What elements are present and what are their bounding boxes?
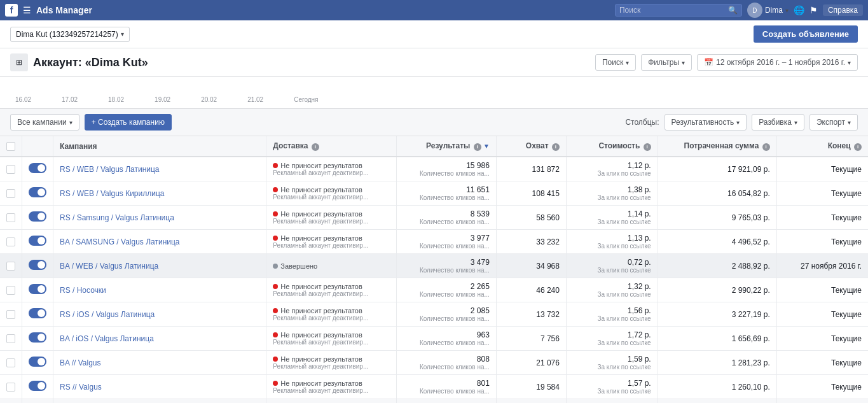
cost-value: 1,13 р.: [573, 234, 651, 243]
campaign-toggle[interactable]: [29, 260, 46, 270]
create-campaign-button[interactable]: + Создать кампанию: [85, 114, 172, 131]
cost-sub: За клик по ссылке: [573, 194, 651, 201]
table-row: RS / WEB / Valgus Кириллица Не приносит …: [0, 181, 868, 206]
campaign-link[interactable]: RS / Samsung / Valgus Латиница: [60, 213, 174, 222]
page-icon[interactable]: ⊞: [10, 53, 28, 71]
filters-button[interactable]: Фильтры ▾: [641, 54, 692, 71]
result-sub: Количество кликов на...: [403, 364, 490, 371]
help-button[interactable]: Справка: [823, 4, 863, 16]
campaign-toggle[interactable]: [29, 308, 46, 318]
info-icon[interactable]: i: [854, 143, 862, 151]
td-delivery: Не приносит результатов Рекламный аккаун…: [266, 375, 397, 399]
info-icon[interactable]: i: [474, 143, 481, 151]
delivery-sub: Рекламный аккаунт деактивир...: [273, 194, 390, 201]
td-reach: 108 415: [496, 181, 566, 206]
td-results: 3 977 Количество кликов на...: [397, 230, 497, 254]
delivery-sub: Рекламный аккаунт деактивир...: [273, 339, 390, 346]
select-all-checkbox[interactable]: [6, 142, 15, 151]
user-name: Dima: [765, 6, 783, 15]
user-area[interactable]: D Dima ▾: [747, 3, 789, 18]
td-end: Текущие: [776, 351, 868, 375]
search-input[interactable]: [619, 6, 728, 15]
status-dot: [273, 264, 278, 269]
td-toggle: [22, 278, 53, 302]
row-checkbox[interactable]: [6, 262, 15, 271]
status-dot: [273, 187, 278, 192]
breakdown-button[interactable]: Разбивка ▾: [752, 114, 804, 131]
campaign-link[interactable]: RS / WEB / Valgus Кириллица: [60, 189, 164, 198]
row-checkbox[interactable]: [6, 383, 15, 392]
chevron-down-icon: ▾: [736, 119, 740, 126]
td-toggle: [22, 157, 53, 181]
td-end: Текущие: [776, 302, 868, 327]
create-ad-button[interactable]: Создать объявление: [754, 25, 858, 43]
campaign-link[interactable]: RS // Valgus: [60, 383, 102, 392]
td-results: 11 651 Количество кликов на...: [397, 181, 497, 206]
columns-label: Столбцы:: [625, 118, 659, 127]
account-bar: Dima Kut (132349257214257) ▾ Создать объ…: [0, 20, 868, 48]
info-icon[interactable]: i: [644, 143, 651, 151]
campaign-link[interactable]: BA / WEB / Valgus Латиница: [60, 262, 158, 271]
campaign-toggle[interactable]: [29, 211, 46, 222]
toolbar: Все кампании ▾ + Создать кампанию Столбц…: [0, 109, 868, 136]
row-checkbox[interactable]: [6, 334, 15, 343]
campaign-toggle[interactable]: [29, 163, 46, 173]
date-range-button[interactable]: 📅 12 октября 2016 г. – 1 ноября 2016 г. …: [697, 54, 858, 71]
th-checkbox: [0, 136, 22, 157]
menu-icon[interactable]: ☰: [23, 5, 31, 15]
row-checkbox[interactable]: [6, 358, 15, 367]
campaign-link[interactable]: RS / iOS / Valgus Латиница: [60, 310, 155, 319]
export-button[interactable]: Экспорт ▾: [809, 114, 858, 131]
campaign-toggle[interactable]: [29, 236, 46, 246]
row-checkbox[interactable]: [6, 237, 15, 246]
search-header-button[interactable]: Поиск ▾: [595, 54, 636, 71]
campaign-link[interactable]: BA // Valgus: [60, 358, 100, 367]
search-box[interactable]: 🔍: [615, 4, 742, 17]
columns-dropdown-button[interactable]: Результативность ▾: [665, 114, 747, 131]
row-checkbox[interactable]: [6, 286, 15, 295]
td-delivery: Не приносит результатов Рекламный аккаун…: [266, 206, 397, 230]
campaign-toggle[interactable]: [29, 381, 46, 391]
th-results[interactable]: Результаты i ▼: [397, 136, 497, 157]
td-delivery: Не приносит результатов Рекламный аккаун…: [266, 230, 397, 254]
row-checkbox[interactable]: [6, 310, 15, 319]
td-reach: 46 240: [496, 278, 566, 302]
page-header: ⊞ Аккаунт: «Dima Kut» Поиск ▾ Фильтры ▾ …: [0, 48, 868, 77]
chart-date-3: 18.02: [108, 96, 124, 103]
td-reach: 34 968: [496, 254, 566, 278]
flag-icon[interactable]: ⚑: [809, 5, 818, 15]
campaign-toggle[interactable]: [29, 357, 46, 367]
td-results: 963 Количество кликов на...: [397, 327, 497, 351]
td-checkbox: [0, 375, 22, 399]
top-navigation: f ☰ Ads Manager 🔍 D Dima ▾ 🌐 ⚑ Справка: [0, 0, 868, 20]
all-campaigns-button[interactable]: Все кампании ▾: [10, 114, 79, 131]
td-checkbox: [0, 278, 22, 302]
campaign-link[interactable]: RS / Носочки: [60, 286, 106, 295]
td-toggle: [22, 302, 53, 327]
td-results: 3 479 Количество кликов на...: [397, 254, 497, 278]
account-selector[interactable]: Dima Kut (132349257214257) ▾: [10, 27, 130, 42]
campaign-link[interactable]: BA / SAMSUNG / Valgus Латиница: [60, 237, 180, 246]
campaign-toggle[interactable]: [29, 187, 46, 197]
campaign-link[interactable]: BA / iOS / Valgus Латиница: [60, 334, 154, 343]
table-row: RS // Valgus Не приносит результатов Рек…: [0, 375, 868, 399]
row-checkbox[interactable]: [6, 213, 15, 222]
globe-icon[interactable]: 🌐: [794, 5, 804, 15]
info-icon[interactable]: i: [552, 143, 560, 151]
campaign-toggle[interactable]: [29, 332, 46, 343]
row-checkbox[interactable]: [6, 189, 15, 198]
cost-value: 1,56 р.: [573, 306, 651, 315]
status-dot: [273, 332, 278, 337]
cost-value: 1,38 р.: [573, 185, 651, 194]
td-campaign-name: RS / Samsung / Valgus Латиница: [53, 206, 266, 230]
th-spend: Потраченная сумма i: [658, 136, 776, 157]
td-reach: 131 872: [496, 157, 566, 181]
td-toggle: [22, 351, 53, 375]
campaign-link[interactable]: RS / WEB / Valgus Латиница: [60, 165, 160, 174]
campaign-toggle[interactable]: [29, 284, 46, 294]
chart-date-6: 21.02: [247, 96, 263, 103]
info-icon[interactable]: i: [312, 143, 319, 151]
cost-sub: За клик по ссылке: [573, 170, 651, 177]
row-checkbox[interactable]: [6, 165, 15, 174]
info-icon[interactable]: i: [762, 143, 770, 151]
